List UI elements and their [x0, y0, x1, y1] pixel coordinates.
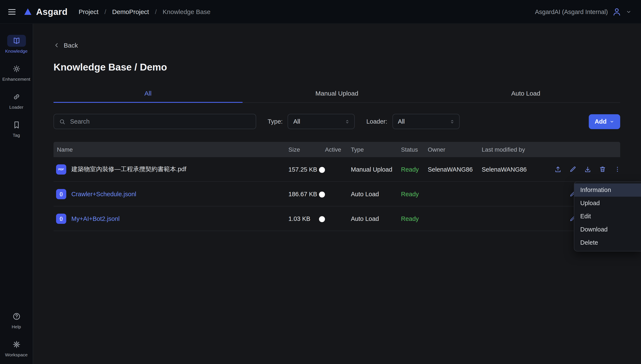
upload-button[interactable] [554, 165, 562, 174]
column-header-size: Size [288, 146, 325, 153]
menu-item-delete[interactable]: Delete [574, 236, 641, 249]
add-button[interactable]: Add [589, 114, 620, 129]
breadcrumb-demoproject[interactable]: DemoProject [112, 8, 149, 15]
filter-bar: Type: All Loader: All Add [54, 114, 620, 129]
breadcrumb-separator: / [155, 8, 156, 15]
breadcrumb-separator: / [104, 8, 106, 15]
loader-select-value: All [398, 118, 404, 125]
book-icon [7, 35, 26, 47]
sidebar-item-tag[interactable]: Tag [0, 119, 33, 138]
tab-manual-upload[interactable]: Manual Upload [242, 85, 431, 102]
menu-item-upload[interactable]: Upload [574, 197, 641, 210]
app-root: Asgard Project / DemoProject / Knowledge… [0, 0, 641, 364]
tab-all[interactable]: All [54, 85, 242, 102]
file-type: Manual Upload [351, 166, 401, 173]
chevron-up-down-icon [449, 119, 455, 124]
download-icon [584, 166, 591, 173]
loader-select[interactable]: All [392, 114, 460, 129]
chevron-left-icon [54, 42, 60, 48]
delete-button[interactable] [598, 165, 607, 174]
breadcrumb-knowledge-base: Knowledge Base [163, 8, 210, 15]
chevron-down-icon [626, 9, 632, 15]
table-header-row: Name Size Active Type Status Owner Last … [54, 142, 620, 157]
file-type: Auto Load [351, 215, 401, 222]
column-header-last-modified-by: Last modified by [482, 146, 550, 153]
menu-item-download[interactable]: Download [574, 223, 641, 236]
table-row[interactable]: PDF 建築物室內裝修—工程承攬契約書範本.pdf 157.25 KB Manu… [54, 157, 620, 182]
table-row[interactable]: {} My+AI+Bot2.jsonl 1.03 KB Auto Load Re… [54, 206, 620, 231]
sun-icon [7, 63, 26, 75]
triangle-logo-icon [23, 7, 32, 16]
sidebar-item-label: Knowledge [5, 48, 28, 54]
edit-button[interactable] [568, 165, 577, 174]
type-select-value: All [293, 118, 300, 125]
file-name-link[interactable]: My+AI+Bot2.jsonl [71, 215, 120, 222]
last-modified-by: SelenaWANG86 [482, 166, 550, 173]
sidebar-item-help[interactable]: Help [0, 310, 33, 329]
sidebar-item-loader[interactable]: Loader [0, 91, 33, 110]
sidebar-item-label: Enhancement [2, 76, 30, 82]
trash-icon [599, 166, 606, 173]
json-file-icon: {} [56, 214, 66, 224]
page-title: Knowledge Base / Demo [54, 62, 620, 73]
sidebar-item-label: Workspace [5, 352, 28, 357]
status-badge: Ready [401, 190, 428, 197]
sidebar-item-label: Tag [13, 132, 20, 138]
sidebar-item-workspace[interactable]: Workspace [0, 338, 33, 357]
file-name-link[interactable]: Crawler+Schedule.jsonl [71, 190, 136, 197]
search-icon [59, 118, 66, 125]
file-type: Auto Load [351, 190, 401, 197]
owner: SelenaWANG86 [428, 166, 482, 173]
tab-auto-load[interactable]: Auto Load [431, 85, 620, 102]
link-icon [7, 91, 26, 103]
status-badge: Ready [401, 215, 428, 222]
type-select[interactable]: All [288, 114, 355, 129]
pencil-icon [569, 166, 576, 173]
json-file-icon: {} [56, 189, 66, 199]
kebab-menu-icon [614, 166, 621, 173]
more-actions-button[interactable] [613, 165, 622, 174]
hamburger-menu-button[interactable] [0, 6, 23, 17]
sidebar-item-knowledge[interactable]: Knowledge [0, 35, 33, 54]
sidebar: Knowledge Enhancement Loader [0, 24, 33, 364]
column-header-name: Name [54, 146, 288, 153]
column-header-owner: Owner [428, 146, 482, 153]
account-menu[interactable]: AsgardAI (Asgard Internal) [535, 7, 632, 16]
back-label: Back [64, 42, 78, 49]
add-button-label: Add [595, 118, 606, 125]
search-input[interactable] [69, 118, 250, 125]
column-header-status: Status [401, 146, 428, 153]
logo-wordmark: Asgard [36, 6, 68, 17]
user-avatar-icon [612, 7, 622, 16]
back-button[interactable]: Back [54, 42, 78, 49]
sidebar-item-enhancement[interactable]: Enhancement [0, 63, 33, 82]
sidebar-item-label: Help [12, 324, 21, 329]
main-content: Back Knowledge Base / Demo All Manual Up… [33, 24, 641, 364]
column-header-type: Type [351, 146, 401, 153]
chevron-up-down-icon [345, 119, 350, 124]
file-name: 建築物室內裝修—工程承攬契約書範本.pdf [71, 165, 186, 173]
upload-icon [554, 166, 562, 173]
top-navbar: Asgard Project / DemoProject / Knowledge… [0, 0, 641, 24]
loader-filter-label: Loader: [366, 118, 387, 125]
asgard-logo[interactable]: Asgard [23, 6, 68, 17]
column-header-active: Active [325, 146, 351, 153]
sidebar-item-label: Loader [9, 104, 24, 110]
menu-item-edit[interactable]: Edit [574, 210, 641, 223]
menu-item-information[interactable]: Information [574, 184, 641, 197]
status-badge: Ready [401, 166, 428, 173]
breadcrumb-project[interactable]: Project [78, 8, 98, 15]
bookmark-icon [7, 119, 26, 131]
hamburger-icon [7, 7, 16, 16]
download-button[interactable] [583, 165, 592, 174]
type-filter-label: Type: [268, 118, 283, 125]
account-name: AsgardAI (Asgard Internal) [535, 8, 608, 15]
gear-icon [7, 338, 26, 350]
row-context-menu: Information Upload Edit Download Delete [574, 181, 641, 252]
tab-bar: All Manual Upload Auto Load [54, 85, 620, 103]
breadcrumb: Project / DemoProject / Knowledge Base [78, 8, 210, 15]
table-row[interactable]: {} Crawler+Schedule.jsonl 186.67 KB Auto… [54, 182, 620, 206]
pdf-file-icon: PDF [56, 164, 66, 174]
knowledge-table: Name Size Active Type Status Owner Last … [54, 142, 620, 231]
help-circle-icon [7, 310, 26, 322]
